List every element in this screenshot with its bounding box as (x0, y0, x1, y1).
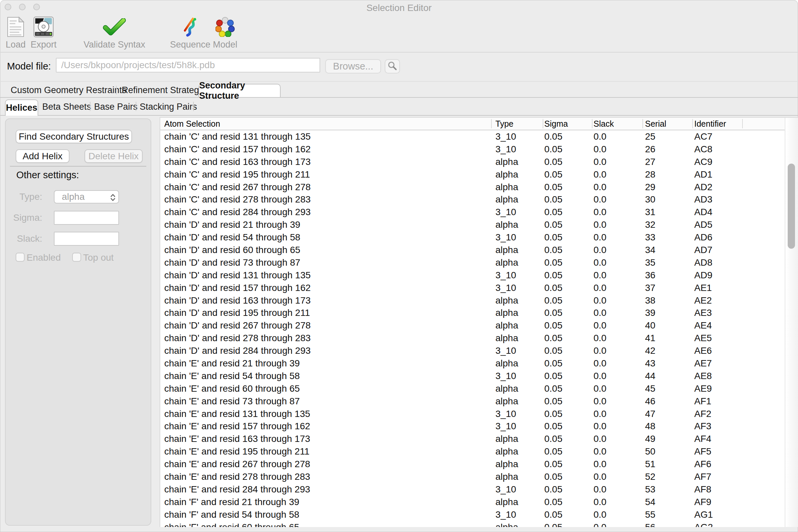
table-row[interactable]: chain 'E' and resid 131 through 1353_100… (160, 407, 785, 420)
table-row[interactable]: chain 'F' and resid 54 through 583_100.0… (160, 508, 785, 521)
slack-field[interactable] (54, 232, 119, 246)
subtab-helices-label: Helices (6, 103, 38, 113)
cell-slack: 0.0 (593, 143, 607, 156)
cell-type: 3_10 (495, 344, 516, 357)
table-row[interactable]: chain 'F' and resid 21 through 39alpha0.… (160, 496, 785, 508)
subtab-base-pairs[interactable]: Base Pairs (94, 100, 138, 114)
table-row[interactable]: chain 'E' and resid 54 through 583_100.0… (160, 370, 785, 382)
type-dropdown-value: alpha (62, 191, 85, 202)
cell-sigma: 0.05 (544, 218, 563, 231)
table-row[interactable]: chain 'E' and resid 195 through 211alpha… (160, 445, 785, 458)
column-header-serial[interactable]: Serial (645, 118, 666, 130)
sigma-label: Sigma: (6, 211, 42, 225)
table-row[interactable]: chain 'F' and resid 60 through 65alpha0.… (160, 521, 785, 527)
cell-type: alpha (495, 395, 518, 407)
table-row[interactable]: chain 'C' and resid 195 through 211alpha… (160, 168, 785, 181)
table-row[interactable]: chain 'D' and resid 195 through 211alpha… (160, 307, 785, 319)
table-row[interactable]: chain 'E' and resid 278 through 283alpha… (160, 471, 785, 483)
file-search-button[interactable] (385, 59, 400, 74)
table-row[interactable]: chain 'D' and resid 284 through 2933_100… (160, 344, 785, 357)
subtab-helices[interactable]: Helices (5, 99, 38, 116)
cell-identifier: AE2 (694, 294, 712, 307)
table-row[interactable]: chain 'C' and resid 163 through 173alpha… (160, 156, 785, 168)
column-divider[interactable] (642, 119, 643, 128)
load-button[interactable]: Load (5, 15, 26, 50)
column-divider[interactable] (491, 119, 492, 128)
table-row[interactable]: chain 'C' and resid 278 through 283alpha… (160, 193, 785, 206)
helices-settings-panel: Find Secondary Structures Add Helix Dele… (5, 118, 151, 526)
table-row[interactable]: chain 'C' and resid 267 through 278alpha… (160, 181, 785, 193)
cell-slack: 0.0 (593, 181, 607, 193)
enabled-checkbox[interactable] (16, 253, 25, 262)
table-row[interactable]: chain 'E' and resid 21 through 39alpha0.… (160, 357, 785, 370)
sigma-field[interactable] (54, 211, 119, 225)
table-row[interactable]: chain 'C' and resid 157 through 1623_100… (160, 143, 785, 156)
cell-selection: chain 'D' and resid 21 through 39 (164, 218, 300, 231)
cell-type: alpha (495, 332, 518, 344)
column-header-slack[interactable]: Slack (593, 118, 614, 130)
cell-type: alpha (495, 357, 518, 370)
table-row[interactable]: chain 'D' and resid 60 through 65alpha0.… (160, 244, 785, 256)
cell-slack: 0.0 (593, 357, 607, 370)
tab-custom-geometry-restraints[interactable]: Custom Geometry Restraints (11, 83, 126, 97)
column-header-sigma[interactable]: Sigma (544, 118, 568, 130)
stepper-arrows-icon (110, 193, 116, 204)
sub-tab-bar: Helices Beta Sheets Base Pairs Stacking … (0, 98, 798, 116)
table-row[interactable]: chain 'D' and resid 131 through 1353_100… (160, 269, 785, 282)
table-row[interactable]: chain 'E' and resid 267 through 278alpha… (160, 458, 785, 471)
validate-syntax-button[interactable]: Validate Syntax (86, 15, 143, 50)
table-row[interactable]: chain 'D' and resid 54 through 583_100.0… (160, 231, 785, 244)
table-row[interactable]: chain 'E' and resid 157 through 1623_100… (160, 420, 785, 433)
cell-type: 3_10 (495, 370, 516, 382)
cell-sigma: 0.05 (544, 193, 563, 206)
column-divider[interactable] (692, 119, 693, 128)
table-row[interactable]: chain 'C' and resid 131 through 1353_100… (160, 130, 785, 143)
table-row[interactable]: chain 'E' and resid 163 through 173alpha… (160, 433, 785, 445)
cell-serial: 32 (645, 218, 656, 231)
add-helix-button[interactable]: Add Helix (16, 149, 70, 163)
model-button[interactable]: Model (213, 15, 238, 50)
cell-selection: chain 'C' and resid 131 through 135 (164, 130, 310, 143)
type-dropdown[interactable]: alpha (54, 190, 119, 204)
cell-type: 3_10 (495, 130, 516, 143)
table-row[interactable]: chain 'E' and resid 284 through 2933_100… (160, 483, 785, 496)
model-file-input[interactable] (56, 58, 320, 73)
column-header-identifier[interactable]: Identifier (694, 118, 726, 130)
column-divider[interactable] (543, 119, 543, 128)
table-row[interactable]: chain 'C' and resid 284 through 2933_100… (160, 206, 785, 218)
table-row[interactable]: chain 'D' and resid 267 through 278alpha… (160, 319, 785, 332)
cell-serial: 43 (645, 357, 656, 370)
table-row[interactable]: chain 'D' and resid 157 through 1623_100… (160, 282, 785, 294)
vertical-scrollbar[interactable] (785, 118, 798, 527)
tab-refinement-strategy[interactable]: Refinement Strategy (122, 83, 204, 97)
column-header-atom-selection[interactable]: Atom Selection (164, 118, 220, 130)
main-tab-bar: Custom Geometry Restraints Refinement St… (0, 83, 798, 98)
cell-serial: 36 (645, 269, 656, 282)
tab-secondary-structure[interactable]: Secondary Structure (198, 84, 281, 97)
table-row[interactable]: chain 'D' and resid 278 through 283alpha… (160, 332, 785, 344)
column-divider[interactable] (742, 119, 743, 128)
export-label: Export (31, 40, 57, 50)
toolbar-divider (0, 52, 798, 53)
subtab-stacking-pairs[interactable]: Stacking Pairs (140, 100, 197, 114)
cell-slack: 0.0 (593, 395, 607, 407)
delete-helix-button[interactable]: Delete Helix (84, 149, 142, 163)
top-out-checkbox[interactable] (72, 253, 81, 262)
browse-button[interactable]: Browse... (325, 59, 381, 74)
subtab-separator (193, 102, 194, 111)
table-row[interactable]: chain 'D' and resid 163 through 173alpha… (160, 294, 785, 307)
sequence-button[interactable]: Sequence (170, 15, 210, 50)
table-row[interactable]: chain 'E' and resid 73 through 87alpha0.… (160, 395, 785, 407)
subtab-beta-sheets[interactable]: Beta Sheets (42, 100, 91, 114)
cell-selection: chain 'E' and resid 284 through 293 (164, 483, 310, 496)
table-row[interactable]: chain 'D' and resid 21 through 39alpha0.… (160, 218, 785, 231)
column-header-type[interactable]: Type (495, 118, 513, 130)
find-secondary-structures-button[interactable]: Find Secondary Structures (16, 130, 132, 143)
cell-type: 3_10 (495, 508, 516, 521)
export-button[interactable]: Export (32, 15, 55, 50)
cell-type: alpha (495, 445, 518, 458)
scrollbar-thumb[interactable] (788, 164, 795, 249)
table-row[interactable]: chain 'E' and resid 60 through 65alpha0.… (160, 382, 785, 395)
column-divider[interactable] (592, 119, 592, 128)
table-row[interactable]: chain 'D' and resid 73 through 87alpha0.… (160, 256, 785, 269)
